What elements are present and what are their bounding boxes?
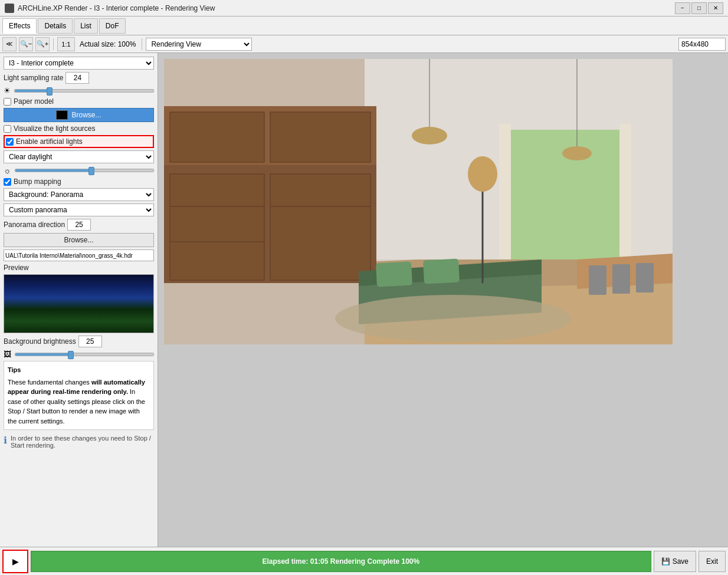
preview-image: [4, 275, 153, 333]
file-path-row: [4, 249, 154, 261]
zoom-in-button[interactable]: 🔍+: [35, 37, 50, 51]
svg-rect-8: [499, 124, 511, 259]
toolbar-separator2: [142, 38, 142, 50]
svg-rect-18: [170, 112, 264, 162]
toolbar-separator: [53, 38, 54, 50]
background-row: Background: Panorama: [4, 188, 154, 201]
minimize-button[interactable]: −: [675, 2, 690, 14]
light-sampling-input[interactable]: [65, 72, 89, 84]
exit-label: Exit: [706, 557, 718, 566]
enable-artificial-label: Enable artificial lights: [16, 137, 83, 146]
svg-rect-27: [636, 263, 654, 293]
sun-slider-track[interactable]: [15, 169, 154, 172]
close-button[interactable]: ✕: [708, 2, 723, 14]
size-input[interactable]: [678, 38, 726, 51]
tips-section: Tips These fundamental changes will auto…: [4, 361, 154, 430]
visualize-lights-row: Visualize the light sources: [4, 124, 154, 133]
maximize-button[interactable]: □: [691, 2, 707, 14]
save-button[interactable]: 💾 Save: [654, 551, 696, 572]
tab-list[interactable]: List: [74, 18, 98, 34]
enable-artificial-row: Enable artificial lights: [4, 135, 154, 148]
render-area: [158, 53, 728, 547]
bg-brightness-track[interactable]: [15, 353, 154, 356]
clear-daylight-row: Clear daylight: [4, 150, 154, 163]
view-toolbar: ≪ 🔍− 🔍+ 1:1 Actual size: 100% Rendering …: [0, 35, 728, 53]
browse-row: Browse...: [4, 108, 154, 122]
paper-model-row: Paper model: [4, 97, 154, 106]
bg-brightness-input[interactable]: [78, 336, 102, 347]
visualize-lights-checkbox[interactable]: [4, 125, 11, 133]
render-image: [164, 59, 673, 344]
custom-panorama-dropdown[interactable]: Custom panorama: [4, 203, 154, 216]
status-text: Elapsed time: 01:05 Rendering Complete 1…: [262, 557, 419, 566]
tips-content: These fundamental changes will automatic…: [8, 377, 150, 426]
info-icon: ℹ: [4, 435, 7, 446]
window-controls[interactable]: − □ ✕: [675, 2, 723, 14]
info-text: In order to see these changes you need t…: [11, 435, 154, 449]
tab-effects[interactable]: Effects: [2, 18, 37, 34]
light-sampling-thumb[interactable]: [47, 87, 53, 96]
bump-mapping-row: Bump mapping: [4, 178, 154, 186]
svg-rect-23: [423, 258, 460, 284]
play-icon: ▶: [12, 557, 19, 566]
exit-button[interactable]: Exit: [699, 551, 726, 572]
panorama-direction-row: Panorama direction: [4, 219, 154, 231]
browse2-label: Browse...: [64, 236, 93, 244]
sun-slider-row: ☼: [4, 166, 154, 175]
file-path-input[interactable]: [4, 249, 154, 261]
content-area: I3 - Interior complete Light sampling ra…: [0, 53, 728, 547]
visualize-lights-label: Visualize the light sources: [14, 124, 96, 133]
tips-text1: These fundamental changes: [8, 379, 91, 386]
status-bar: ▶ Elapsed time: 01:05 Rendering Complete…: [0, 547, 728, 575]
sun-slider-thumb[interactable]: [88, 167, 94, 175]
preset-dropdown[interactable]: I3 - Interior complete: [4, 57, 154, 70]
preview-label: Preview: [4, 264, 29, 272]
tab-details[interactable]: Details: [38, 18, 73, 34]
svg-point-29: [412, 127, 447, 144]
light-sampling-label: Light sampling rate: [4, 74, 63, 82]
play-button[interactable]: ▶: [2, 550, 28, 573]
clear-daylight-dropdown[interactable]: Clear daylight: [4, 150, 154, 163]
fit-view-button[interactable]: ≪: [2, 37, 17, 51]
background-dropdown[interactable]: Background: Panorama: [4, 188, 154, 201]
tab-dof[interactable]: DoF: [99, 18, 126, 34]
rendering-view-dropdown[interactable]: Rendering View: [146, 38, 252, 51]
scale-button[interactable]: 1:1: [57, 37, 75, 51]
bump-mapping-label: Bump mapping: [14, 178, 61, 186]
light-sampling-slider-row: ☀: [4, 86, 154, 95]
light-sampling-fill: [15, 90, 50, 92]
bg-brightness-slider-row: 🖼: [4, 350, 154, 359]
sun-slider-fill: [15, 169, 91, 172]
paper-model-label: Paper model: [14, 97, 54, 106]
enable-artificial-checkbox[interactable]: [6, 138, 14, 146]
bg-brightness-label: Background brightness: [4, 337, 76, 346]
svg-rect-25: [589, 265, 606, 295]
brightness-icon: 🖼: [4, 350, 11, 359]
zoom-out-button[interactable]: 🔍−: [19, 37, 33, 51]
panorama-direction-input[interactable]: [67, 219, 91, 231]
svg-point-35: [468, 156, 497, 192]
preview-label-row: Preview: [4, 264, 154, 272]
info-row: ℹ In order to see these changes you need…: [4, 432, 154, 451]
enable-artificial-checkbox-row: Enable artificial lights: [6, 137, 152, 146]
light-icon: ☀: [4, 86, 11, 95]
panorama-direction-label: Panorama direction: [4, 221, 65, 229]
browse2-button[interactable]: Browse...: [4, 233, 154, 247]
save-label: Save: [673, 557, 688, 566]
progress-bar: Elapsed time: 01:05 Rendering Complete 1…: [31, 551, 651, 572]
browse-button[interactable]: Browse...: [4, 108, 154, 122]
paper-model-checkbox[interactable]: [4, 98, 11, 106]
svg-point-31: [562, 146, 592, 160]
light-sampling-row: Light sampling rate: [4, 72, 154, 84]
save-icon: 💾: [661, 557, 670, 566]
svg-rect-9: [619, 124, 631, 259]
bg-brightness-row: Background brightness: [4, 336, 154, 347]
bg-brightness-thumb[interactable]: [68, 351, 74, 359]
browse-label: Browse...: [71, 111, 101, 119]
browse2-row: Browse...: [4, 233, 154, 247]
render-scene: [164, 59, 673, 344]
light-sampling-track[interactable]: [14, 89, 154, 93]
sun-icon: ☼: [4, 166, 11, 175]
window-title: ARCHLine.XP Render - I3 - Interior compl…: [18, 4, 215, 12]
bump-mapping-checkbox[interactable]: [4, 178, 11, 186]
